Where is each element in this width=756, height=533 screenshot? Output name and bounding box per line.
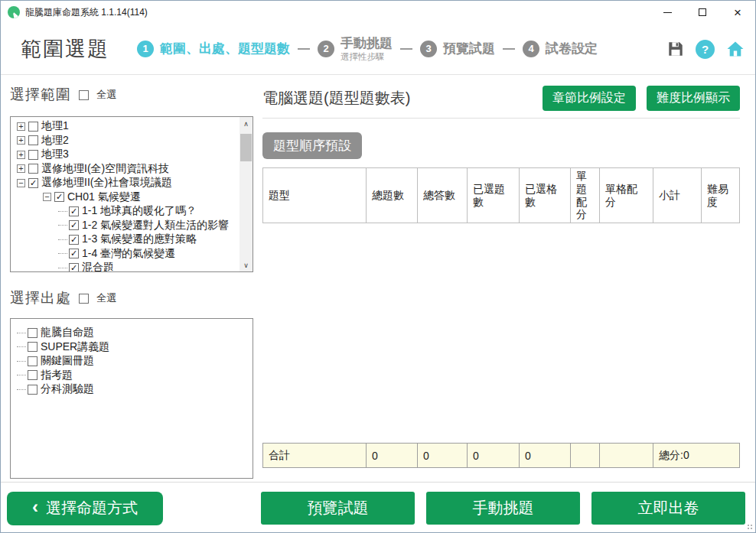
right-panel: 電腦選題(題型題數表) 章節比例設定 難度比例顯示 題型順序預設 題型 總題數 … bbox=[262, 75, 755, 482]
checkbox[interactable] bbox=[28, 150, 38, 160]
scroll-down-icon[interactable]: ∨ bbox=[240, 258, 253, 271]
computer-selection-heading: 電腦選題(題型題數表) bbox=[262, 88, 410, 109]
preview-questions-button[interactable]: 預覽試題 bbox=[261, 492, 415, 525]
tree-item[interactable]: ✓ 混合題 bbox=[17, 261, 237, 272]
checkbox[interactable]: ✓ bbox=[54, 192, 64, 202]
step-1[interactable]: 1 範圍、出處、題型題數 bbox=[137, 41, 290, 57]
checkbox[interactable] bbox=[28, 342, 37, 352]
tree-expander-icon[interactable]: + bbox=[17, 136, 25, 145]
checkbox[interactable]: ✓ bbox=[69, 220, 79, 230]
checkbox[interactable]: ✓ bbox=[69, 249, 79, 258]
minimize-button[interactable] bbox=[650, 1, 685, 24]
close-button[interactable]: × bbox=[720, 1, 755, 24]
scope-section-heading: 選擇範圍 bbox=[10, 85, 71, 105]
total-answers-value: 0 bbox=[418, 444, 468, 468]
scrollbar-thumb[interactable] bbox=[240, 134, 252, 161]
checkbox[interactable] bbox=[28, 385, 37, 395]
back-button-label: 選擇命題方式 bbox=[46, 498, 138, 518]
tree-item-label: 1-2 氣候變遷對人類生活的影響 bbox=[82, 219, 229, 232]
source-select-all-checkbox[interactable] bbox=[79, 294, 89, 304]
tree-item[interactable]: − ✓ 選修地理II(全)社會環境議題 bbox=[17, 176, 237, 190]
home-button[interactable] bbox=[726, 40, 745, 58]
step-4-label: 試卷設定 bbox=[546, 41, 598, 57]
step-indicator: 1 範圍、出處、題型題數 2 手動挑題 選擇性步驟 3 預覽試題 4 試卷設定 bbox=[137, 36, 598, 62]
tree-item[interactable]: + 地理3 bbox=[17, 148, 237, 162]
tree-expander-icon[interactable]: − bbox=[17, 179, 25, 187]
tree-expander-icon[interactable]: + bbox=[17, 164, 25, 173]
checkbox[interactable] bbox=[28, 122, 38, 132]
step-2-sublabel: 選擇性步驟 bbox=[341, 52, 393, 62]
question-order-preset-button[interactable]: 題型順序預設 bbox=[262, 132, 362, 159]
table-header-row: 題型 總題數 總答數 已選題數 已選格數 單題配分 單格配分 小計 難易度 bbox=[263, 168, 740, 223]
tree-item-label: 1-1 地球真的暖化了嗎？ bbox=[82, 204, 197, 218]
tree-connector bbox=[17, 333, 26, 333]
checkbox[interactable]: ✓ bbox=[28, 178, 38, 188]
tree-item[interactable]: ✓ 1-3 氣候變遷的應對策略 bbox=[17, 232, 237, 247]
list-item[interactable]: 龍騰自命題 bbox=[17, 326, 246, 340]
list-item[interactable]: 分科測驗題 bbox=[17, 382, 246, 397]
list-item-label: 分科測驗題 bbox=[41, 382, 94, 396]
checkbox[interactable]: ✓ bbox=[69, 206, 79, 216]
checkbox[interactable] bbox=[28, 370, 37, 380]
checkbox[interactable] bbox=[28, 164, 38, 174]
app-window: { "window": { "app_title": "龍騰題庫命題系統 1.1… bbox=[0, 0, 756, 533]
resize-grip[interactable] bbox=[747, 524, 753, 530]
tree-item[interactable]: ✓ 1-2 氣候變遷對人類生活的影響 bbox=[17, 219, 237, 233]
checkbox[interactable] bbox=[28, 328, 37, 338]
tree-item-label: 地理2 bbox=[41, 134, 69, 148]
tree-connector bbox=[17, 361, 26, 362]
save-button[interactable] bbox=[667, 41, 684, 57]
step-3[interactable]: 3 預覽試題 bbox=[420, 41, 495, 57]
col-selected-questions: 已選題數 bbox=[468, 168, 520, 223]
tree-expander-icon[interactable]: − bbox=[43, 193, 51, 201]
help-icon: ? bbox=[702, 43, 709, 56]
list-item[interactable]: 關鍵圖冊題 bbox=[17, 354, 246, 369]
help-button[interactable]: ? bbox=[696, 40, 715, 59]
col-points-per-question: 單題配分 bbox=[571, 168, 600, 223]
scroll-up-icon[interactable]: ∧ bbox=[240, 117, 253, 130]
list-item[interactable]: 指考題 bbox=[17, 369, 246, 383]
source-list: 龍騰自命題 SUPER講義題 關鍵圖冊題 指考題 分科測驗題 bbox=[10, 318, 253, 479]
tree-item[interactable]: + 地理1 bbox=[17, 119, 237, 134]
chapter-ratio-button[interactable]: 章節比例設定 bbox=[543, 86, 636, 111]
maximize-button[interactable] bbox=[685, 1, 720, 24]
tree-item-label: 地理3 bbox=[41, 148, 69, 161]
checkbox[interactable]: ✓ bbox=[69, 235, 79, 245]
manual-pick-button[interactable]: 手動挑題 bbox=[426, 492, 580, 525]
table-empty-area bbox=[262, 223, 740, 443]
checkbox[interactable] bbox=[28, 135, 38, 145]
tree-expander-icon[interactable]: + bbox=[17, 122, 25, 131]
points-per-blank-value bbox=[600, 444, 653, 468]
col-question-type: 題型 bbox=[263, 168, 367, 223]
difficulty-ratio-button[interactable]: 難度比例顯示 bbox=[647, 86, 740, 111]
tree-expander-icon[interactable]: + bbox=[17, 151, 25, 159]
panel-divider bbox=[262, 118, 740, 119]
list-item[interactable]: SUPER講義題 bbox=[17, 340, 246, 355]
tree-item[interactable]: ✓ 1-4 臺灣的氣候變遷 bbox=[17, 247, 237, 262]
step-4[interactable]: 4 試卷設定 bbox=[523, 41, 598, 57]
col-total-questions: 總題數 bbox=[367, 168, 418, 223]
col-total-answers: 總答數 bbox=[418, 168, 468, 223]
step-2[interactable]: 2 手動挑題 選擇性步驟 bbox=[318, 36, 393, 62]
checkbox[interactable] bbox=[28, 356, 37, 366]
chevron-left-icon: ‹ bbox=[32, 498, 38, 516]
selected-questions-value: 0 bbox=[468, 444, 520, 468]
page-header: 範圍選題 1 範圍、出處、題型題數 2 手動挑題 選擇性步驟 3 預覽試題 4 … bbox=[1, 24, 755, 74]
step-connector bbox=[400, 48, 412, 50]
points-per-question-value bbox=[571, 444, 600, 468]
back-to-selection-mode-button[interactable]: ‹ 選擇命題方式 bbox=[7, 492, 163, 525]
tree-item[interactable]: − ✓ CH01 氣候變遷 bbox=[17, 190, 237, 205]
tree-item[interactable]: ✓ 1-1 地球真的暖化了嗎？ bbox=[17, 204, 237, 219]
scrollbar[interactable]: ∧ ∨ bbox=[240, 117, 253, 271]
total-row-table: 合計 0 0 0 0 總分:0 bbox=[262, 443, 740, 468]
scope-select-all-checkbox[interactable] bbox=[79, 90, 89, 100]
tree-item[interactable]: + 選修地理I(全)空間資訊科技 bbox=[17, 162, 237, 177]
generate-paper-button[interactable]: 立即出卷 bbox=[591, 492, 745, 525]
step-3-number: 3 bbox=[420, 41, 437, 57]
tree-connector bbox=[17, 389, 26, 390]
checkbox[interactable]: ✓ bbox=[69, 263, 79, 272]
total-questions-value: 0 bbox=[367, 444, 418, 468]
tree-connector bbox=[58, 268, 67, 268]
step-1-number: 1 bbox=[137, 41, 154, 57]
tree-item[interactable]: + 地理2 bbox=[17, 134, 237, 148]
